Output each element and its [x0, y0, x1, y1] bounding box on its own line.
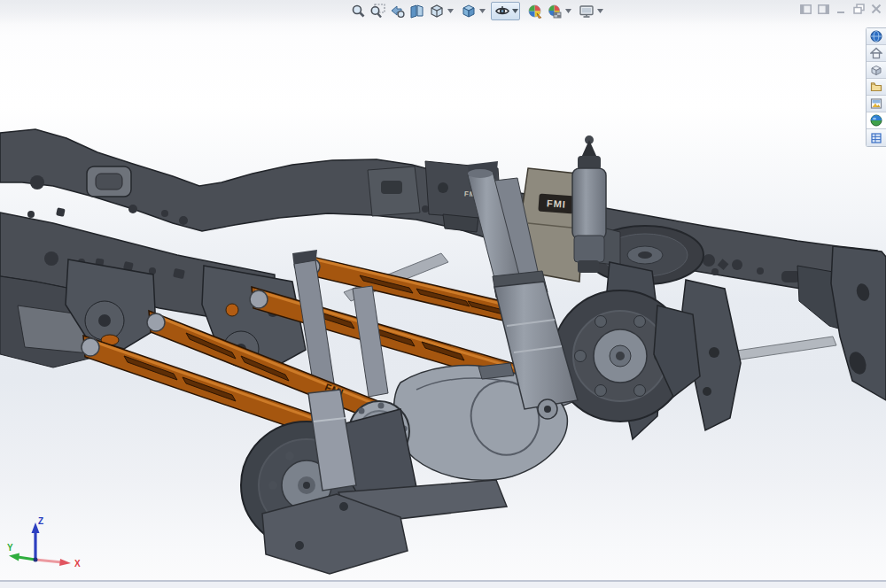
model-rear-crossmember-bracket[interactable]: [797, 246, 886, 400]
tab-design-library[interactable]: [867, 62, 886, 79]
triad-x-label: X: [74, 559, 81, 569]
display-style-dropdown[interactable]: [478, 2, 486, 20]
triad-y-label: Y: [7, 543, 13, 553]
view-orientation-icon[interactable]: [427, 2, 446, 20]
apply-scene-dropdown[interactable]: [564, 2, 571, 20]
eye-icon: [493, 2, 511, 20]
heads-up-view-toolbar: [349, 1, 603, 20]
tab-custom-properties[interactable]: [867, 129, 886, 146]
orientation-triad: Z X Y: [5, 514, 94, 580]
hide-show-items-dropdown[interactable]: [511, 2, 518, 20]
collapse-left-pane-icon[interactable]: [799, 3, 812, 15]
view-settings-icon[interactable]: [577, 2, 595, 20]
tab-appearances-scenes[interactable]: [867, 112, 886, 129]
tab-home[interactable]: [867, 45, 886, 62]
task-pane-tabs: [866, 27, 886, 147]
view-orientation-dropdown[interactable]: [447, 2, 454, 20]
collapse-right-pane-icon[interactable]: [817, 3, 829, 15]
fmi-logo-bracket: FMI: [547, 197, 567, 210]
close-icon[interactable]: [870, 3, 882, 15]
graphics-area-3d-model[interactable]: FMI FMI: [0, 0, 886, 588]
model-right-brake-rotor[interactable]: [553, 290, 700, 422]
model-frame-rail-far[interactable]: [0, 129, 496, 241]
hide-show-items-button[interactable]: [491, 2, 520, 20]
tab-view-palette[interactable]: [867, 96, 886, 112]
restore-icon[interactable]: [852, 3, 865, 15]
section-view-icon[interactable]: [408, 2, 426, 20]
minimize-icon[interactable]: [835, 3, 847, 15]
edit-appearance-icon[interactable]: [525, 2, 544, 20]
view-settings-dropdown[interactable]: [596, 2, 603, 20]
solidworks-graphics-window: { "heads_up_toolbar": { "items": [ {"nam…: [0, 0, 886, 588]
tab-file-explorer[interactable]: [867, 79, 886, 96]
apply-scene-icon[interactable]: [545, 2, 563, 20]
zoom-to-fit-icon[interactable]: [349, 2, 368, 20]
viewport-bottom-edge: [0, 580, 886, 588]
zoom-to-area-icon[interactable]: [369, 2, 387, 20]
window-controls: [799, 3, 882, 15]
tab-solidworks-resources[interactable]: [867, 28, 886, 45]
display-style-icon[interactable]: [459, 2, 478, 20]
previous-view-icon[interactable]: [388, 2, 407, 20]
triad-z-label: Z: [38, 516, 43, 526]
